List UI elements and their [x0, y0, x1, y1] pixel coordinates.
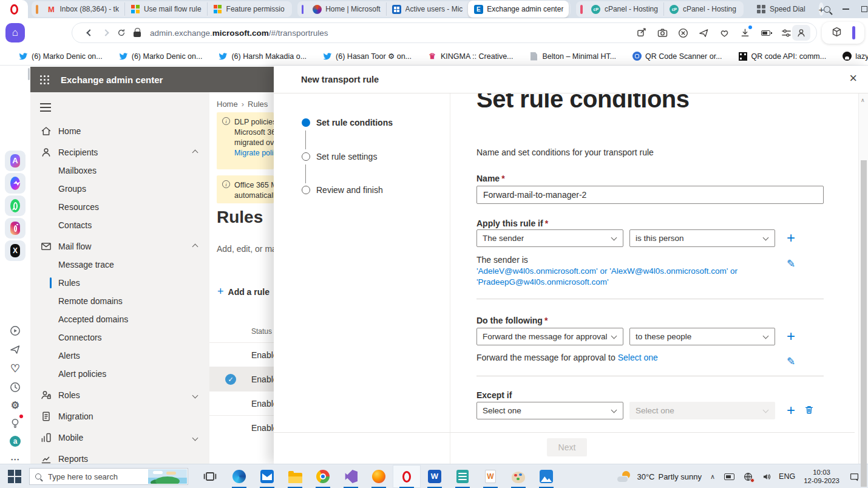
- eac-nav-mobile[interactable]: Mobile: [30, 429, 209, 447]
- sender-values-link[interactable]: 'AdeleV@w4l0s.onmicrosoft.com' or 'AlexW…: [476, 266, 798, 287]
- migrate-policies-link[interactable]: Migrate poli: [234, 149, 274, 157]
- language-indicator[interactable]: ENG: [779, 472, 795, 481]
- delete-exception-trash-icon[interactable]: [804, 404, 815, 415]
- eac-nav-alert-policies[interactable]: Alert policies: [30, 365, 209, 383]
- sidebar-easy-setup-button[interactable]: [8, 416, 22, 430]
- select-one-link[interactable]: Select one: [618, 353, 658, 362]
- tab-group-indicator[interactable]: [302, 5, 304, 14]
- bookmark-item[interactable]: Belton – Minimal HT...: [529, 52, 617, 61]
- edit-sender-pencil-icon[interactable]: ✎: [787, 257, 795, 270]
- tab-search-icon[interactable]: [824, 6, 830, 13]
- taskbar-task-view[interactable]: [197, 466, 223, 487]
- taskbar-firefox[interactable]: [365, 466, 392, 487]
- taskbar-file-explorer[interactable]: [282, 466, 308, 487]
- except-condition-select[interactable]: Select one: [476, 402, 623, 419]
- bookmark-item[interactable]: lazycoder2021/goog...: [842, 52, 868, 61]
- rule-row[interactable]: ✓Enable: [209, 367, 274, 391]
- eac-nav-connectors[interactable]: Connectors: [30, 328, 209, 347]
- browser-tab-home-microsoft[interactable]: Home | Microsoft: [307, 2, 385, 16]
- eac-nav-contacts[interactable]: Contacts: [30, 216, 209, 234]
- hidden-icons-chevron[interactable]: ∧: [710, 473, 715, 481]
- start-button[interactable]: [8, 470, 21, 483]
- sidebar-app-whatsapp[interactable]: [5, 195, 25, 216]
- taskbar-chrome[interactable]: [310, 466, 336, 487]
- eac-nav-roles[interactable]: Roles: [30, 386, 209, 404]
- minimize-button[interactable]: [843, 8, 849, 10]
- add-condition-button[interactable]: +: [787, 231, 795, 245]
- wizard-step-2[interactable]: Set rule settings: [316, 152, 377, 161]
- status-column-header[interactable]: Status: [251, 327, 272, 336]
- taskbar-photos[interactable]: [533, 466, 560, 487]
- sidebar-app-instagram[interactable]: [5, 218, 25, 239]
- apply-condition-select[interactable]: The sender: [476, 229, 623, 247]
- dialog-scrollbar[interactable]: ∧: [858, 93, 868, 464]
- sidebar-app-messenger[interactable]: [5, 173, 25, 194]
- notification-icon[interactable]: [849, 472, 860, 482]
- opera-menu-button[interactable]: [0, 0, 28, 18]
- tab-group-indicator[interactable]: [580, 5, 583, 14]
- browser-tab-use-mail-flow-rule[interactable]: Use mail flow rule: [124, 2, 207, 16]
- sidebar-app-x[interactable]: X: [5, 240, 25, 261]
- taskbar-opera[interactable]: [393, 466, 420, 487]
- extensions-cube-icon[interactable]: [831, 26, 843, 40]
- scrollbar-thumb[interactable]: [861, 160, 867, 487]
- sidebar-flow-button[interactable]: [8, 342, 22, 357]
- taskbar-mail-app[interactable]: [254, 466, 280, 487]
- browser-tab-active-users-mic[interactable]: Active users - Mic: [386, 2, 469, 16]
- restore-button[interactable]: [861, 6, 867, 12]
- add-action-button[interactable]: +: [787, 329, 795, 344]
- add-exception-button[interactable]: +: [787, 403, 795, 418]
- taskbar-search[interactable]: [29, 468, 188, 485]
- address-bar[interactable]: admin.exchange.microsoft.com/#/transport…: [72, 22, 817, 43]
- forward-button[interactable]: [98, 30, 114, 35]
- eac-nav-rules[interactable]: Rules: [30, 274, 209, 292]
- battery-saver-button[interactable]: [759, 27, 771, 39]
- weather-temp[interactable]: 30°C: [637, 472, 654, 481]
- bookmark-item[interactable]: QR code API: comm...: [738, 52, 827, 61]
- eac-nav-recipients[interactable]: Recipients: [30, 143, 209, 161]
- eac-nav-mail-flow[interactable]: Mail flow: [30, 237, 209, 256]
- taskbar-wordpad[interactable]: W: [477, 466, 504, 487]
- hamburger-icon[interactable]: [40, 103, 51, 104]
- eac-nav-alerts[interactable]: Alerts: [30, 347, 209, 365]
- edit-forward-pencil-icon[interactable]: ✎: [787, 355, 795, 368]
- next-button[interactable]: Next: [547, 438, 587, 456]
- sidebar-settings-button[interactable]: ⚙: [8, 398, 22, 413]
- eac-nav-migration[interactable]: Migration: [30, 407, 209, 425]
- sidebar-player-button[interactable]: [8, 324, 22, 338]
- tab-group-indicator[interactable]: [36, 5, 38, 14]
- wizard-step-1[interactable]: Set rule conditions: [316, 118, 393, 127]
- weather-icon[interactable]: [617, 471, 632, 482]
- flow-send-button[interactable]: [697, 27, 710, 39]
- speaker-icon[interactable]: [762, 472, 772, 482]
- taskbar-notepad[interactable]: [449, 466, 476, 487]
- tune-button[interactable]: [780, 27, 792, 39]
- sidebar-app-aria[interactable]: A: [5, 151, 25, 171]
- rule-row[interactable]: Enable: [209, 342, 274, 367]
- sidebar-toggle-pill[interactable]: [852, 26, 855, 39]
- eac-nav-groups[interactable]: Groups: [30, 180, 209, 198]
- scroll-up-arrow-icon[interactable]: ∧: [861, 97, 865, 103]
- action-target-select[interactable]: to these people: [629, 328, 775, 345]
- wizard-step-3[interactable]: Review and finish: [316, 185, 383, 195]
- bookmark-item[interactable]: (6) Harsh Makadia o...: [218, 52, 307, 61]
- rule-row[interactable]: Enable: [209, 391, 274, 415]
- eac-nav-resources[interactable]: Resources: [30, 198, 209, 216]
- bookmark-item[interactable]: (6) Marko Denic on...: [118, 52, 203, 61]
- sidebar-pinboard-button[interactable]: ♡: [8, 361, 22, 376]
- eac-nav-mailboxes[interactable]: Mailboxes: [30, 161, 209, 180]
- display-icon[interactable]: [724, 473, 734, 480]
- add-rule-button[interactable]: + Add a rule: [217, 285, 270, 298]
- sidebar-history-button[interactable]: [8, 380, 22, 395]
- taskbar-visual-studio[interactable]: [337, 466, 364, 487]
- back-button[interactable]: [82, 30, 98, 35]
- apply-operator-select[interactable]: is this person: [629, 229, 775, 247]
- weather-text[interactable]: Partly sunny: [658, 472, 702, 481]
- dialog-close-icon[interactable]: ×: [849, 72, 857, 85]
- eac-nav-reports[interactable]: Reports: [30, 450, 209, 464]
- eac-nav-message-trace[interactable]: Message trace: [30, 256, 209, 274]
- bookmark-item[interactable]: (6) Marko Denic on...: [18, 52, 103, 61]
- taskbar-paint[interactable]: [505, 466, 532, 487]
- breadcrumb-home[interactable]: Home: [217, 100, 238, 109]
- eac-nav-accepted-domains[interactable]: Accepted domains: [30, 310, 209, 328]
